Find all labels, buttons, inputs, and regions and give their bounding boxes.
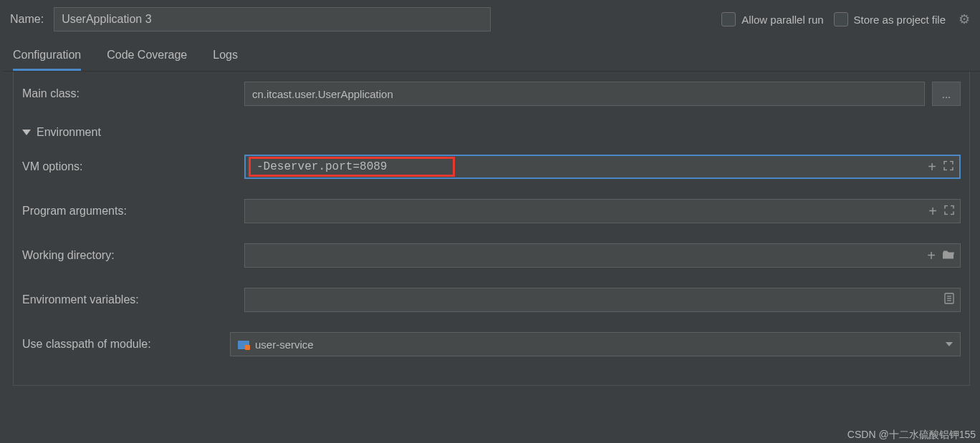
plus-icon[interactable] [928,159,936,175]
watermark-text: CSDN @十二水硫酸铝钾155 [847,429,976,442]
vm-options-row: VM options: -Deserver.port=8089 [22,155,961,179]
main-class-label: Main class: [22,87,237,100]
tab-code-coverage[interactable]: Code Coverage [107,49,187,71]
chevron-down-icon [22,130,31,135]
environment-variables-label: Environment variables: [22,293,237,306]
vm-options-label: VM options: [22,160,237,173]
program-arguments-row: Program arguments: [22,199,961,223]
working-directory-row: Working directory: [22,243,961,268]
vm-options-value: -Deserver.port=8089 [249,157,455,177]
environment-section-toggle[interactable]: Environment [22,126,961,139]
program-arguments-label: Program arguments: [22,205,237,218]
expand-icon[interactable] [944,205,954,218]
allow-parallel-run-checkbox[interactable]: Allow parallel run [721,12,823,26]
checkbox-box-icon [721,12,736,26]
plus-icon[interactable] [928,203,937,220]
store-as-project-file-label: Store as project file [854,14,946,26]
working-directory-label: Working directory: [22,249,237,262]
main-class-value: cn.itcast.user.UserApplication [252,88,393,100]
environment-variables-input[interactable] [244,288,961,312]
classpath-module-label: Use classpath of module: [22,338,223,351]
program-arguments-input[interactable] [244,199,961,223]
tabs-bar: Configuration Code Coverage Logs [3,36,980,72]
environment-variables-row: Environment variables: [22,288,961,312]
name-input[interactable] [54,7,491,31]
tab-logs[interactable]: Logs [213,49,238,71]
store-as-project-file-checkbox[interactable]: Store as project file [834,12,946,26]
main-class-row: Main class: cn.itcast.user.UserApplicati… [22,82,961,106]
expand-icon[interactable] [943,160,953,173]
chevron-down-icon [946,342,953,346]
classpath-module-value: user-service [255,339,314,351]
classpath-module-row: Use classpath of module: user-service [22,332,961,356]
gear-icon[interactable]: ⚙ [959,11,970,27]
module-icon [238,339,249,349]
classpath-module-select[interactable]: user-service [230,332,961,356]
allow-parallel-run-label: Allow parallel run [741,14,823,26]
environment-section-label: Environment [37,126,101,139]
folder-icon[interactable] [943,249,954,262]
name-label: Name: [10,13,44,26]
list-icon[interactable] [944,293,954,307]
vm-options-input[interactable]: -Deserver.port=8089 [244,155,961,179]
plus-icon[interactable] [927,248,936,264]
header-row: Name: Allow parallel run Store as projec… [0,0,980,36]
browse-main-class-button[interactable]: ... [932,82,961,106]
tab-configuration[interactable]: Configuration [13,49,81,71]
main-class-input[interactable]: cn.itcast.user.UserApplication [244,82,925,106]
working-directory-input[interactable] [244,243,961,268]
checkbox-box-icon [834,12,848,26]
configuration-panel: Main class: cn.itcast.user.UserApplicati… [13,72,970,386]
